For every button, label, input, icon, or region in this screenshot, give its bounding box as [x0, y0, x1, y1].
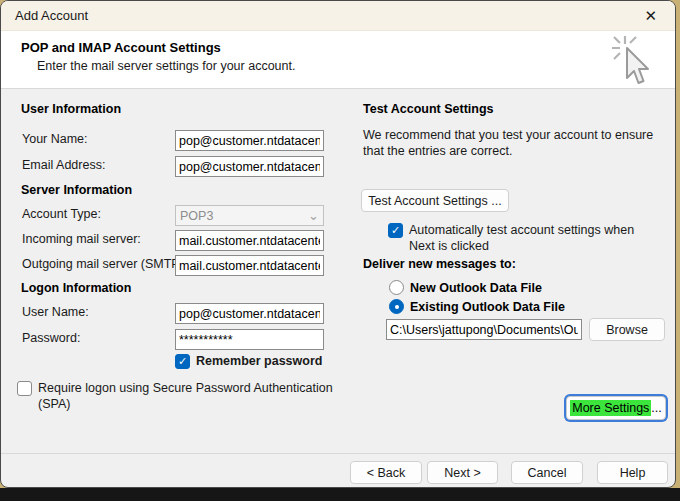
add-account-dialog: Add Account ✕ POP and IMAP Account Setti… — [0, 0, 676, 488]
existing-data-file-radio[interactable]: Existing Outlook Data File — [389, 299, 565, 314]
deliver-heading: Deliver new messages to: — [363, 257, 516, 271]
more-settings-button[interactable]: More Settings ... — [566, 396, 666, 420]
page-subtitle: Enter the mail server settings for your … — [37, 59, 295, 73]
server-information-heading: Server Information — [21, 183, 132, 197]
chevron-down-icon: ⌄ — [308, 209, 319, 222]
radio-selected-icon — [389, 299, 404, 314]
data-file-path-input[interactable] — [386, 319, 582, 340]
titlebar: Add Account ✕ — [1, 1, 675, 31]
cursor-click-icon — [609, 33, 661, 87]
test-account-description: We recommend that you test your account … — [363, 127, 665, 160]
more-settings-ellipsis: ... — [651, 401, 661, 415]
checkbox-unchecked-icon — [17, 381, 32, 396]
incoming-server-label: Incoming mail server: — [22, 232, 141, 246]
remember-password-label: Remember password — [196, 354, 322, 370]
user-name-input[interactable] — [175, 303, 324, 324]
password-label: Password: — [22, 331, 80, 345]
checkbox-checked-icon: ✓ — [175, 354, 190, 369]
account-type-select: POP3 ⌄ — [175, 205, 324, 226]
account-type-label: Account Type: — [22, 207, 101, 221]
outgoing-server-input[interactable] — [175, 255, 324, 276]
desktop-background-strip — [0, 488, 680, 501]
cancel-button[interactable]: Cancel — [511, 461, 583, 484]
user-name-label: User Name: — [22, 305, 89, 319]
more-settings-highlight: More Settings — [570, 400, 651, 416]
incoming-server-input[interactable] — [175, 230, 324, 251]
new-data-file-radio[interactable]: New Outlook Data File — [389, 280, 542, 295]
page-title: POP and IMAP Account Settings — [21, 40, 221, 55]
your-name-label: Your Name: — [22, 132, 88, 146]
next-button[interactable]: Next > — [427, 461, 498, 484]
spa-checkbox[interactable]: Require logon using Secure Password Auth… — [17, 381, 347, 412]
close-icon[interactable]: ✕ — [640, 6, 661, 25]
password-input[interactable] — [175, 329, 324, 350]
remember-password-checkbox[interactable]: ✓ Remember password — [175, 354, 322, 370]
test-account-heading: Test Account Settings — [363, 102, 494, 116]
new-data-file-label: New Outlook Data File — [410, 281, 542, 295]
test-account-settings-button[interactable]: Test Account Settings ... — [361, 189, 509, 212]
checkbox-checked-icon: ✓ — [388, 223, 403, 238]
logon-information-heading: Logon Information — [21, 281, 131, 295]
radio-unselected-icon — [389, 280, 404, 295]
back-button[interactable]: < Back — [350, 461, 422, 484]
user-information-heading: User Information — [21, 102, 121, 116]
wizard-header: POP and IMAP Account Settings Enter the … — [1, 31, 675, 89]
email-address-label: Email Address: — [22, 158, 105, 172]
outgoing-server-label: Outgoing mail server (SMTP): — [22, 257, 187, 271]
your-name-input[interactable] — [175, 130, 324, 151]
help-button[interactable]: Help — [597, 461, 668, 484]
browse-button[interactable]: Browse — [589, 318, 665, 341]
email-address-input[interactable] — [175, 156, 324, 177]
footer-divider — [1, 453, 675, 454]
existing-data-file-label: Existing Outlook Data File — [410, 300, 565, 314]
account-type-value: POP3 — [180, 209, 213, 223]
spa-label: Require logon using Secure Password Auth… — [38, 381, 338, 412]
window-title: Add Account — [15, 8, 88, 23]
auto-test-label: Automatically test account settings when… — [409, 223, 644, 254]
auto-test-checkbox[interactable]: ✓ Automatically test account settings wh… — [388, 223, 648, 254]
